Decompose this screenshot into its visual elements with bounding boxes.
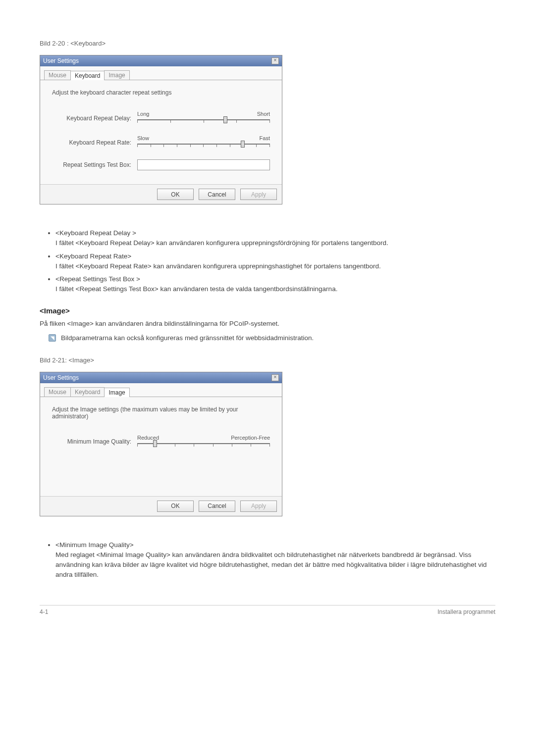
keyboard-settings-list: <Keyboard Repeat Delay > I fältet <Keybo… <box>40 228 495 295</box>
image-section-description: På fliken <Image> kan användaren ändra b… <box>40 320 495 327</box>
dialog-description: Adjust the Image settings (the maximum v… <box>52 406 270 420</box>
image-settings-list: <Minimum Image Quality> Med reglaget <Mi… <box>40 540 495 580</box>
list-item: <Minimum Image Quality> Med reglaget <Mi… <box>55 540 495 580</box>
tab-image[interactable]: Image <box>104 70 129 80</box>
cancel-button[interactable]: Cancel <box>199 189 235 200</box>
dialog-title: User Settings <box>43 57 79 64</box>
repeat-delay-label: Keyboard Repeat Delay: <box>52 115 131 122</box>
tab-mouse[interactable]: Mouse <box>44 387 71 397</box>
note-text: Bildparametrarna kan också konfigureras … <box>61 334 314 342</box>
user-settings-dialog-keyboard: User Settings × Mouse Keyboard Image Adj… <box>40 55 282 204</box>
user-settings-dialog-image: User Settings × Mouse Keyboard Image Adj… <box>40 372 282 516</box>
figure-caption: Bild 2-21: <Image> <box>40 356 495 364</box>
tab-strip: Mouse Keyboard Image <box>40 66 282 80</box>
tab-keyboard[interactable]: Keyboard <box>70 71 105 80</box>
min-image-quality-label: Minimum Image Quality: <box>52 438 131 445</box>
apply-button[interactable]: Apply <box>240 501 277 512</box>
page-footer: 4-1 Installera programmet <box>40 605 495 615</box>
slider-right-label: Fast <box>260 135 270 141</box>
page-number: 4-1 <box>40 608 48 615</box>
info-icon: ◥ <box>49 334 56 342</box>
dialog-titlebar: User Settings × <box>40 372 282 383</box>
close-icon[interactable]: × <box>271 57 279 64</box>
tab-keyboard[interactable]: Keyboard <box>70 387 105 397</box>
repeat-rate-row: Keyboard Repeat Rate: Slow Fast <box>52 135 270 150</box>
repeat-test-input[interactable] <box>137 159 270 170</box>
test-box-row: Repeat Settings Test Box: <box>52 159 270 170</box>
slider-left-label: Long <box>137 111 149 117</box>
repeat-delay-row: Keyboard Repeat Delay: Long Short <box>52 111 270 125</box>
dialog-footer: OK Cancel Apply <box>40 496 282 516</box>
apply-button[interactable]: Apply <box>240 189 277 200</box>
tab-image[interactable]: Image <box>104 388 129 397</box>
list-item: <Keyboard Repeat Rate> I fältet <Keyboar… <box>55 252 495 272</box>
repeat-rate-label: Keyboard Repeat Rate: <box>52 139 131 146</box>
repeat-rate-slider[interactable] <box>137 142 270 150</box>
image-section-heading: <Image> <box>40 306 495 315</box>
test-box-label: Repeat Settings Test Box: <box>52 161 131 168</box>
ok-button[interactable]: OK <box>157 501 194 512</box>
ok-button[interactable]: OK <box>157 189 194 200</box>
note-row: ◥ Bildparametrarna kan också konfigurera… <box>49 334 495 342</box>
close-icon[interactable]: × <box>271 374 279 381</box>
footer-section-title: Installera programmet <box>437 608 495 615</box>
repeat-delay-slider[interactable] <box>137 117 270 125</box>
list-item: <Repeat Settings Test Box > I fältet <Re… <box>55 274 495 295</box>
min-image-quality-row: Minimum Image Quality: Reduced Perceptio… <box>52 435 270 449</box>
cancel-button[interactable]: Cancel <box>199 501 235 512</box>
tab-strip: Mouse Keyboard Image <box>40 383 282 397</box>
tab-mouse[interactable]: Mouse <box>44 70 71 80</box>
list-item: <Keyboard Repeat Delay > I fältet <Keybo… <box>55 228 495 249</box>
dialog-description: Adjust the keyboard character repeat set… <box>52 89 270 96</box>
slider-right-label: Short <box>257 111 270 117</box>
dialog-footer: OK Cancel Apply <box>40 184 282 204</box>
slider-left-label: Slow <box>137 135 149 141</box>
figure-caption: Bild 2-20 : <Keyboard> <box>40 40 495 47</box>
slider-right-label: Perception-Free <box>231 435 270 441</box>
dialog-titlebar: User Settings × <box>40 55 282 66</box>
dialog-title: User Settings <box>43 374 79 381</box>
min-image-quality-slider[interactable] <box>137 441 270 449</box>
